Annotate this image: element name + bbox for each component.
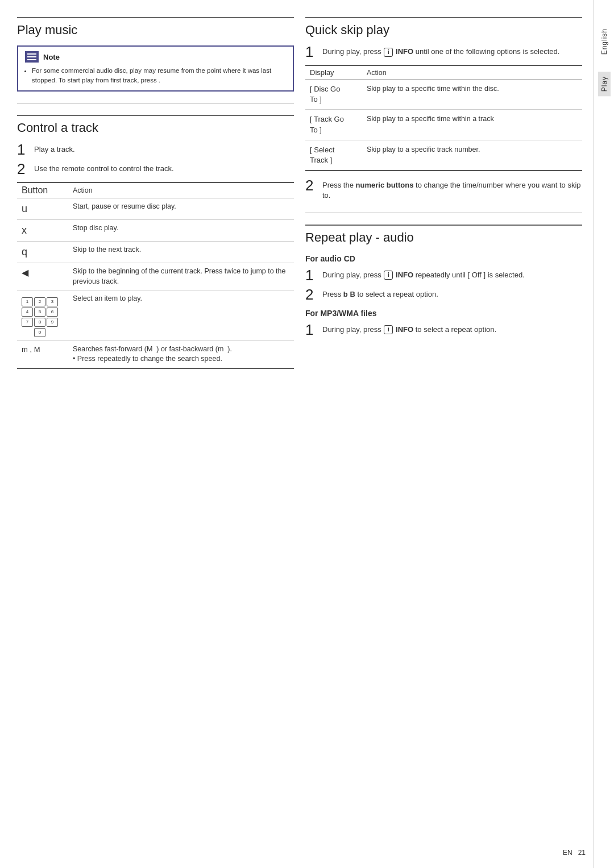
for-audio-cd-label: For audio CD: [305, 254, 582, 263]
audio-step-2-text: Press b B to select a repeat option.: [322, 287, 438, 300]
mp3-step-number-1: 1: [305, 322, 317, 337]
numpad-key-3: 3: [47, 297, 58, 306]
numpad-key-1: 1: [22, 297, 33, 306]
action-cell-prev: Skip to the beginning of the current tra…: [68, 263, 294, 290]
repeat-audio-title: Repeat play - audio: [305, 225, 582, 247]
table-row: u Start, pause or resume disc play.: [17, 198, 294, 219]
button-cell-stop: x: [17, 219, 68, 241]
quick-step-1: 1 During play, press i INFO until one of…: [305, 44, 582, 59]
numpad-key-6: 6: [47, 308, 58, 317]
note-box: Note For some commercial audio disc, pla…: [17, 45, 294, 92]
info-button-3: i: [384, 325, 393, 334]
button-cell-play: u: [17, 198, 68, 219]
action-cell-numpad: Select an item to play.: [68, 290, 294, 341]
control-track-title: Control a track: [17, 115, 294, 138]
action-cell-stop: Stop disc play.: [68, 219, 294, 241]
skip-display-disc: [ Disc GoTo ]: [305, 80, 362, 110]
play-music-title: Play music: [17, 17, 294, 40]
mp3-step1-prefix: During play, press: [322, 325, 381, 334]
step-1-text: Play a track.: [34, 142, 75, 155]
page-num: 21: [578, 849, 586, 857]
info-text-3: INFO: [396, 325, 413, 334]
quick-step-1-text: During play, press i INFO until one of t…: [322, 44, 559, 57]
table-row: m , M Searches fast-forward (M ) or fast…: [17, 340, 294, 368]
mp3-step-1: 1 During play, press i INFO to select a …: [305, 322, 582, 337]
table-col-button: Button: [17, 182, 68, 198]
step2-prefix: Press the: [322, 181, 354, 189]
table-row: 1 2 3 4 5 6 7 8 9 0: [17, 290, 294, 341]
divider-2: [305, 213, 582, 213]
info-button-1: i: [384, 48, 393, 57]
quick-step-number-2: 2: [305, 178, 317, 193]
step-number-1: 1: [17, 142, 28, 157]
bb-button-label: b B: [343, 290, 355, 298]
skip-action-track: Skip play to a specific time within a tr…: [362, 110, 582, 140]
quick-step-2: 2 Press the numeric buttons to change th…: [305, 178, 582, 201]
numpad-key-4: 4: [22, 308, 33, 317]
quick-step-2-text: Press the numeric buttons to change the …: [322, 178, 582, 201]
en-label: EN: [563, 849, 572, 857]
note-icon-line2: [27, 56, 36, 57]
divider-1: [17, 103, 294, 103]
numpad-key-0: 0: [34, 328, 45, 337]
audio-step-1-text: During play, press i INFO repeatedly unt…: [322, 268, 525, 280]
numpad-key-5: 5: [34, 308, 45, 317]
note-icon: [25, 51, 39, 63]
audio-step2-suffix: to select a repeat option.: [357, 290, 438, 298]
step-2-text: Use the remote control to control the tr…: [34, 161, 174, 174]
table-row: [ Track GoTo ] Skip play to a specific t…: [305, 110, 582, 140]
audio-step1-prefix: During play, press: [322, 271, 381, 279]
audio-step1-suffix: repeatedly until [ Off ] is selected.: [416, 271, 525, 279]
skip-col-display: Display: [305, 65, 362, 80]
numeric-buttons-label: numeric buttons: [356, 181, 414, 189]
audio-step-number-2: 2: [305, 287, 317, 302]
note-header: Note: [25, 51, 286, 63]
page-number: EN 21: [563, 849, 586, 857]
numpad-key-2: 2: [34, 297, 45, 306]
numpad-icon: 1 2 3 4 5 6 7 8 9 0: [22, 297, 58, 337]
skip-col-action: Action: [362, 65, 582, 80]
button-cell-search: m , M: [17, 340, 68, 368]
skip-table: Display Action [ Disc GoTo ] Skip play t…: [305, 65, 582, 171]
numpad-key-8: 8: [34, 318, 45, 327]
action-cell-play: Start, pause or resume disc play.: [68, 198, 294, 219]
skip-display-select: [ SelectTrack ]: [305, 140, 362, 171]
button-cell-numpad: 1 2 3 4 5 6 7 8 9 0: [17, 290, 68, 341]
audio-step-1: 1 During play, press i INFO repeatedly u…: [305, 268, 582, 283]
note-content: For some commercial audio disc, play may…: [25, 66, 286, 86]
mp3-step1-suffix: to select a repeat option.: [416, 325, 496, 334]
section-label: Play: [598, 72, 611, 96]
button-cell-next: q: [17, 241, 68, 263]
mp3-step-1-text: During play, press i INFO to select a re…: [322, 322, 496, 335]
info-button-2: i: [384, 271, 393, 280]
for-mp3-label: For MP3/WMA files: [305, 309, 582, 318]
table-row: [ SelectTrack ] Skip play to a specific …: [305, 140, 582, 171]
step-2: 2 Use the remote control to control the …: [17, 161, 294, 176]
skip-action-select: Skip play to a specific track number.: [362, 140, 582, 171]
numpad-key-9: 9: [47, 318, 58, 327]
table-row: [ Disc GoTo ] Skip play to a specific ti…: [305, 80, 582, 110]
note-icon-line3: [27, 59, 36, 60]
button-cell-prev: ◀: [17, 263, 68, 290]
numpad-key-7: 7: [22, 318, 33, 327]
skip-display-track: [ Track GoTo ]: [305, 110, 362, 140]
control-track-section: Control a track 1 Play a track. 2 Use th…: [17, 115, 294, 369]
note-icon-line1: [27, 53, 36, 55]
note-item: For some commercial audio disc, play may…: [32, 66, 286, 86]
audio-step2-prefix: Press: [322, 290, 341, 298]
table-row: q Skip to the next track.: [17, 241, 294, 263]
table-row: x Stop disc play.: [17, 219, 294, 241]
right-column: Quick skip play 1 During play, press i I…: [305, 17, 582, 851]
step-1: 1 Play a track.: [17, 142, 294, 157]
repeat-audio-section: Repeat play - audio For audio CD 1 Durin…: [305, 225, 582, 337]
quick-skip-section: Quick skip play 1 During play, press i I…: [305, 17, 582, 201]
left-column: Play music Note For some commercial au: [17, 17, 294, 851]
info-text-2: INFO: [396, 271, 413, 279]
play-music-section: Play music Note For some commercial au: [17, 17, 294, 92]
side-tab: English Play: [594, 0, 614, 868]
quick-skip-title: Quick skip play: [305, 17, 582, 40]
quick-step-number-1: 1: [305, 44, 317, 59]
info-text: INFO: [396, 47, 413, 56]
step1-suffix: until one of the following options is se…: [416, 47, 560, 56]
table-row: ◀ Skip to the beginning of the current t…: [17, 263, 294, 290]
